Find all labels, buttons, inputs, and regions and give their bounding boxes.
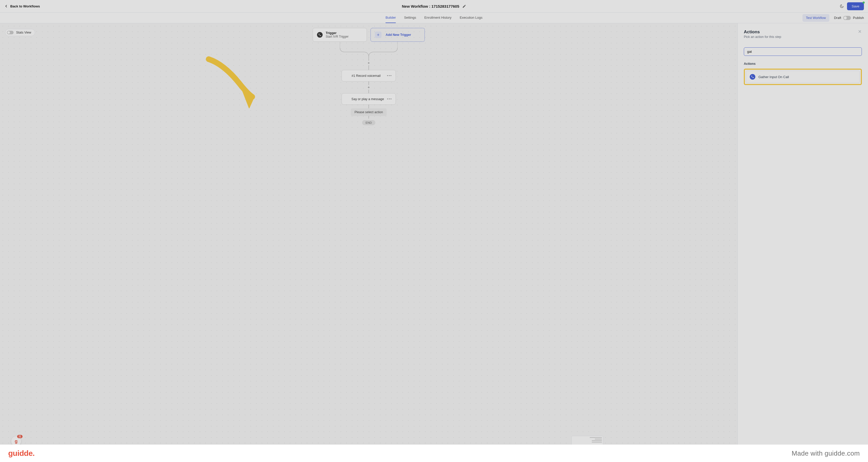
- tab-builder[interactable]: Builder: [385, 12, 396, 23]
- stats-view-switch[interactable]: [7, 31, 13, 34]
- select-action-placeholder[interactable]: Please select action: [351, 108, 386, 116]
- connector: [368, 116, 369, 119]
- sidebar-title: Actions: [744, 29, 781, 35]
- connector: [368, 65, 369, 70]
- tab-settings[interactable]: Settings: [404, 12, 416, 23]
- action-search-input[interactable]: [747, 50, 859, 54]
- highlighted-result-wrap: Gather Input On Call: [744, 69, 862, 85]
- stats-view-toggle[interactable]: Stats View: [5, 29, 35, 36]
- action-result-gather-input[interactable]: Gather Input On Call: [746, 71, 860, 83]
- add-step-button-2[interactable]: ＋: [366, 85, 371, 90]
- test-workflow-button[interactable]: Test Workflow: [802, 14, 830, 22]
- end-node: END: [362, 120, 375, 125]
- sidebar-subtitle: Pick an action for this step: [744, 35, 781, 39]
- sidebar-header: Actions Pick an action for this step: [744, 29, 862, 39]
- chevron-left-icon: [4, 4, 8, 8]
- back-label: Back to Workflows: [10, 4, 40, 8]
- node-more-button[interactable]: •••: [387, 74, 392, 78]
- publish-switch[interactable]: [843, 16, 851, 20]
- trigger-subtitle: Start IVR Trigger: [326, 35, 348, 38]
- action-result-label: Gather Input On Call: [758, 75, 789, 79]
- back-to-workflows-link[interactable]: Back to Workflows: [4, 4, 40, 8]
- add-trigger-label: Add New Trigger: [385, 33, 411, 37]
- publish-toggle-group: Draft Publish: [834, 16, 864, 20]
- publish-label: Publish: [853, 16, 864, 20]
- save-button[interactable]: Save: [847, 2, 864, 10]
- clock-undo-icon: [839, 4, 844, 8]
- header-right-actions: Save: [839, 2, 864, 10]
- connector: [368, 82, 369, 85]
- pencil-icon: [462, 4, 466, 8]
- add-trigger-button[interactable]: Add New Trigger: [371, 28, 425, 42]
- node-label: Say or play a message: [351, 97, 384, 101]
- phone-icon: [345, 98, 348, 101]
- workflow-title: New Workflow : 1715283177605: [402, 4, 459, 8]
- app-root: Back to Workflows New Workflow : 1715283…: [0, 0, 868, 462]
- annotation-arrow: [204, 55, 257, 108]
- node-label: #1 Record voicemail: [351, 74, 380, 78]
- plus-icon: [375, 31, 381, 38]
- add-step-button-1[interactable]: ＋: [366, 61, 371, 65]
- action-node-record-voicemail[interactable]: #1 Record voicemail •••: [342, 70, 396, 82]
- tabs-center: Builder Settings Enrollment History Exec…: [385, 12, 483, 23]
- history-button[interactable]: [839, 4, 844, 8]
- guidde-tagline: Made with guidde.com: [792, 450, 860, 457]
- tab-execution-logs[interactable]: Execution Logs: [460, 12, 483, 23]
- unsaved-indicator-dot: [863, 2, 865, 4]
- action-node-say-message[interactable]: Say or play a message •••: [342, 93, 396, 105]
- title-wrap: New Workflow : 1715283177605: [402, 4, 466, 8]
- stats-view-label: Stats View: [16, 31, 31, 34]
- workflow-canvas[interactable]: Stats View Trigger Start IVR Trigger: [0, 23, 737, 462]
- close-icon: [858, 29, 862, 34]
- tabs-right: Test Workflow Draft Publish: [802, 14, 864, 22]
- tab-enrollment-history[interactable]: Enrollment History: [424, 12, 452, 23]
- edit-title-button[interactable]: [462, 4, 466, 8]
- fab-badge: 31: [17, 435, 23, 438]
- connector: [368, 105, 369, 108]
- guidde-footer: guidde. Made with guidde.com: [0, 444, 868, 462]
- trigger-row: Trigger Start IVR Trigger Add New Trigge…: [313, 28, 425, 42]
- tabs-bar: Builder Settings Enrollment History Exec…: [0, 12, 868, 23]
- node-more-button[interactable]: •••: [387, 97, 392, 101]
- phone-icon: [750, 74, 755, 80]
- trigger-node[interactable]: Trigger Start IVR Trigger: [313, 28, 367, 42]
- trigger-title: Trigger: [326, 31, 348, 35]
- close-sidebar-button[interactable]: [858, 29, 862, 34]
- phone-icon: [345, 74, 348, 78]
- action-search-input-wrap[interactable]: [744, 48, 862, 56]
- save-button-label: Save: [851, 4, 859, 8]
- phone-icon: [317, 32, 322, 38]
- draft-label: Draft: [834, 16, 841, 20]
- top-header: Back to Workflows New Workflow : 1715283…: [0, 0, 868, 12]
- actions-sidebar: Actions Pick an action for this step Act…: [737, 23, 868, 462]
- connector: [368, 90, 369, 93]
- main-area: Stats View Trigger Start IVR Trigger: [0, 23, 868, 462]
- sidebar-section-label: Actions: [744, 62, 862, 66]
- flow-container: Trigger Start IVR Trigger Add New Trigge…: [310, 28, 428, 125]
- guidde-logo: guidde.: [8, 449, 35, 458]
- connector-merge: [340, 42, 398, 61]
